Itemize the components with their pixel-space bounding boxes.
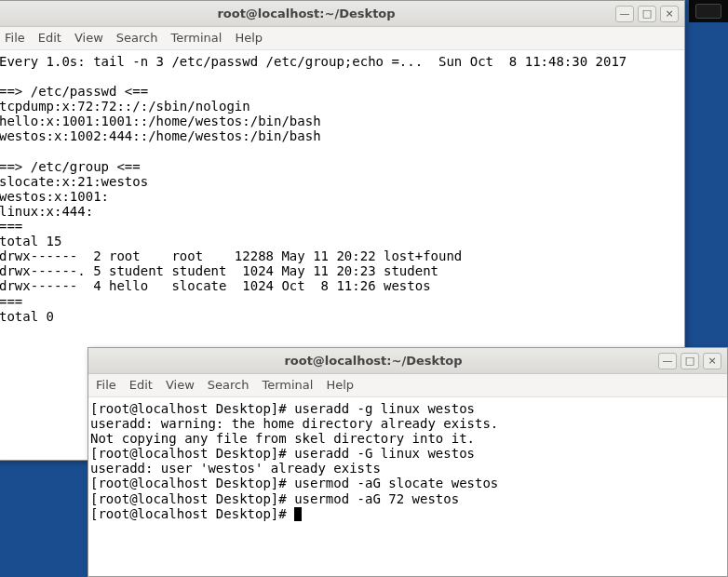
terminal-line: [root@localhost Desktop]# usermod -aG sl… [90,476,725,490]
maximize-button[interactable]: □ [638,6,656,22]
menu-file[interactable]: File [96,378,116,392]
terminal-line: westos:x:1002:444::/home/westos:/bin/bas… [0,128,682,143]
menu-help[interactable]: Help [326,378,354,392]
maximize-button[interactable]: □ [681,353,699,369]
window-title: root@localhost:~/Desktop [0,7,615,20]
terminal-line: ==> /etc/group <== [0,159,682,174]
terminal-line: useradd: warning: the home directory alr… [90,416,725,431]
terminal-line: hello:x:1001:1001::/home/westos:/bin/bas… [0,114,682,128]
menu-view[interactable]: View [166,378,195,392]
terminal-line: [root@localhost Desktop]# usermod -aG 72… [90,491,725,506]
menu-help[interactable]: Help [235,31,263,45]
terminal-line: ==> /etc/passwd <== [0,84,682,99]
terminal-line: useradd: user 'westos' already exists [90,461,725,476]
terminal-line: [root@localhost Desktop]# [90,506,725,521]
menu-edit[interactable]: Edit [129,378,153,392]
window-title: root@localhost:~/Desktop [88,354,658,368]
terminal-line: linux:x:444: [0,204,682,219]
taskbar-fragment [689,0,728,22]
terminal-line: === [0,294,682,309]
menu-search[interactable]: Search [116,31,158,45]
terminal-line: total 15 [0,234,682,248]
window-controls: — □ × [658,353,727,369]
terminal-line: Every 1.0s: tail -n 3 /etc/passwd /etc/g… [0,54,682,69]
titlebar[interactable]: root@localhost:~/Desktop — □ × [88,348,727,374]
minimize-button[interactable]: — [615,6,634,22]
terminal-line: === [0,219,682,234]
terminal-line: drwx------. 5 student student 1024 May 1… [0,263,682,278]
menu-terminal[interactable]: Terminal [262,378,313,392]
cursor [294,507,302,521]
menu-view[interactable]: View [74,31,103,45]
terminal-line: Not copying any file from skel directory… [90,431,725,446]
window-controls: — □ × [615,6,684,22]
terminal-line: [root@localhost Desktop]# useradd -g lin… [90,401,725,416]
terminal-line: westos:x:1001: [0,189,682,204]
terminal-line: drwx------ 2 root root 12288 May 11 20:2… [0,248,682,263]
terminal-line: drwx------ 4 hello slocate 1024 Oct 8 11… [0,278,682,293]
menu-search[interactable]: Search [208,378,249,392]
terminal-line: slocate:x:21:westos [0,174,682,189]
terminal-line: tcpdump:x:72:72::/:/sbin/nologin [0,99,682,114]
close-button[interactable]: × [703,353,721,369]
close-button[interactable]: × [660,6,679,22]
menubar: File Edit View Search Terminal Help [88,374,727,397]
terminal-line [0,144,682,159]
terminal-line [0,69,682,84]
terminal-line: total 0 [0,309,682,324]
minimize-button[interactable]: — [658,353,677,369]
menu-edit[interactable]: Edit [38,31,61,45]
menubar: File Edit View Search Terminal Help [0,27,684,50]
menu-terminal[interactable]: Terminal [170,31,222,45]
terminal-output[interactable]: [root@localhost Desktop]# useradd -g lin… [88,397,727,525]
terminal-window-2: root@localhost:~/Desktop — □ × File Edit… [88,347,728,577]
titlebar[interactable]: root@localhost:~/Desktop — □ × [0,1,684,27]
terminal-line: [root@localhost Desktop]# useradd -G lin… [90,446,725,461]
terminal-output[interactable]: Every 1.0s: tail -n 3 /etc/passwd /etc/g… [0,50,684,328]
taskbar-item[interactable] [695,4,721,19]
menu-file[interactable]: File [5,31,25,45]
